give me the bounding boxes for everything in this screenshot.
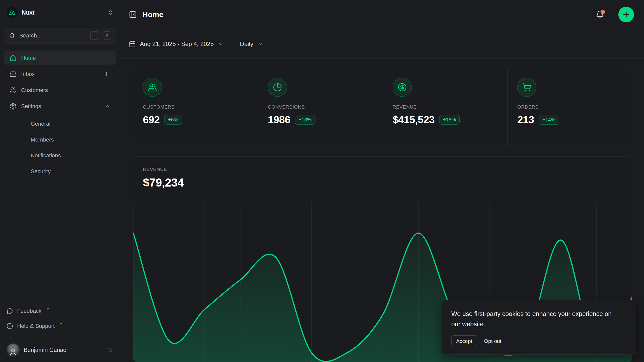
sidebar-nav: Home Inbox 4 Customers Settings (4, 51, 116, 179)
sidebar-item-customers[interactable]: Customers (4, 83, 116, 98)
sidebar-item-label: Settings (21, 103, 100, 110)
avatar (7, 343, 20, 356)
stat-label: REVENUE (393, 104, 498, 110)
date-range-picker[interactable]: Aug 21, 2025 - Sep 4, 2025 (129, 40, 224, 48)
stat-value: 1986 (268, 114, 290, 126)
stat-value: 692 (143, 114, 160, 126)
home-icon (10, 55, 17, 62)
dollar-circle-icon (393, 78, 412, 97)
sidebar-footer: Feedback Help & Support (4, 304, 116, 338)
chevron-down-icon (257, 41, 263, 47)
filters-toolbar: Aug 21, 2025 - Sep 4, 2025 Daily (120, 29, 644, 59)
info-icon (7, 323, 13, 329)
main-area: Home Aug 21, 2025 - Sep 4, 2025 Daily (120, 0, 644, 362)
stat-delta-badge: +18% (439, 115, 460, 125)
stat-card-customers[interactable]: CUSTOMERS 692 +6% (133, 69, 258, 145)
user-menu[interactable]: Benjamin Canac (4, 341, 116, 358)
sidebar-item-security[interactable]: Security (23, 163, 116, 179)
search-input[interactable]: Search... ⌘ K (4, 28, 116, 43)
pie-chart-icon (268, 78, 287, 97)
feedback-link[interactable]: Feedback (4, 304, 116, 318)
sidebar-item-general[interactable]: General (23, 116, 116, 132)
notifications-button[interactable] (596, 10, 604, 19)
stat-label: CONVERSIONS (268, 104, 373, 110)
chat-bubble-icon (7, 308, 13, 314)
add-button[interactable] (618, 7, 634, 22)
kbd-k: K (103, 31, 111, 40)
sidebar-item-notifications[interactable]: Notifications (23, 148, 116, 163)
sidebar-item-label: Customers (21, 87, 110, 94)
stat-delta-badge: +13% (295, 115, 315, 125)
sidebar-item-members[interactable]: Members (23, 132, 116, 148)
stat-label: ORDERS (517, 104, 623, 110)
workspace-selector[interactable]: Nuxt (4, 5, 116, 20)
kbd-cmd: ⌘ (90, 31, 99, 40)
revenue-chart-label: REVENUE (143, 167, 623, 172)
notification-dot (601, 10, 605, 14)
cookie-message: We use first-party cookies to enhance yo… (451, 309, 612, 329)
chevron-up-icon (104, 103, 110, 109)
revenue-chart-value: $79,234 (143, 176, 623, 189)
inbox-icon (10, 71, 17, 78)
workspace-name: Nuxt (22, 9, 103, 16)
gear-icon (10, 103, 17, 110)
stat-card-orders[interactable]: ORDERS 213 +14% (507, 69, 632, 145)
settings-subnav: General Members Notifications Security (23, 116, 116, 179)
sidebar-item-label: Inbox (21, 71, 97, 77)
sidebar: Nuxt Search... ⌘ K Home (0, 0, 120, 362)
calendar-icon (129, 40, 136, 48)
cookie-banner: We use first-party cookies to enhance yo… (442, 300, 636, 355)
footer-link-label: Help & Support (17, 323, 55, 329)
search-icon (9, 32, 15, 39)
stat-delta-badge: +14% (539, 115, 559, 125)
page-header: Home (120, 0, 644, 29)
granularity-value: Daily (240, 40, 253, 48)
users-icon (143, 78, 162, 97)
sidebar-item-inbox[interactable]: Inbox 4 (4, 67, 116, 81)
users-icon (10, 87, 17, 94)
user-section: Benjamin Canac (0, 338, 120, 362)
stat-value: 213 (517, 114, 534, 126)
date-range-value: Aug 21, 2025 - Sep 4, 2025 (140, 40, 214, 48)
stats-panel: CUSTOMERS 692 +6% CONVERSIONS 1986 +13% (133, 69, 632, 145)
sidebar-spacer (4, 179, 116, 304)
user-name: Benjamin Canac (24, 347, 103, 353)
sidebar-collapse-icon[interactable] (129, 11, 137, 19)
help-support-link[interactable]: Help & Support (4, 319, 116, 333)
chevrons-up-down-icon (107, 347, 113, 353)
stat-card-revenue[interactable]: REVENUE $415,523 +18% (383, 69, 508, 145)
chevron-down-icon (218, 41, 224, 47)
sidebar-item-home[interactable]: Home (4, 51, 116, 65)
stat-card-conversions[interactable]: CONVERSIONS 1986 +13% (258, 69, 383, 145)
accept-button[interactable]: Accept (451, 335, 477, 347)
search-placeholder: Search... (19, 32, 86, 39)
sidebar-item-label: Home (21, 55, 110, 61)
stat-label: CUSTOMERS (143, 104, 249, 110)
inbox-count-badge: 4 (102, 70, 110, 78)
external-link-icon (59, 322, 63, 326)
nuxt-logo-icon (7, 7, 18, 18)
sidebar-item-settings[interactable]: Settings (4, 99, 116, 114)
page-title: Home (142, 10, 590, 19)
chevrons-up-down-icon (107, 10, 113, 16)
opt-out-button[interactable]: Opt out (482, 336, 503, 347)
granularity-select[interactable]: Daily (240, 40, 263, 48)
shopping-cart-icon (517, 78, 536, 97)
stat-delta-badge: +6% (164, 115, 182, 125)
external-link-icon (46, 307, 50, 311)
plus-icon (622, 10, 630, 19)
stat-value: $415,523 (393, 114, 435, 126)
footer-link-label: Feedback (17, 308, 42, 314)
